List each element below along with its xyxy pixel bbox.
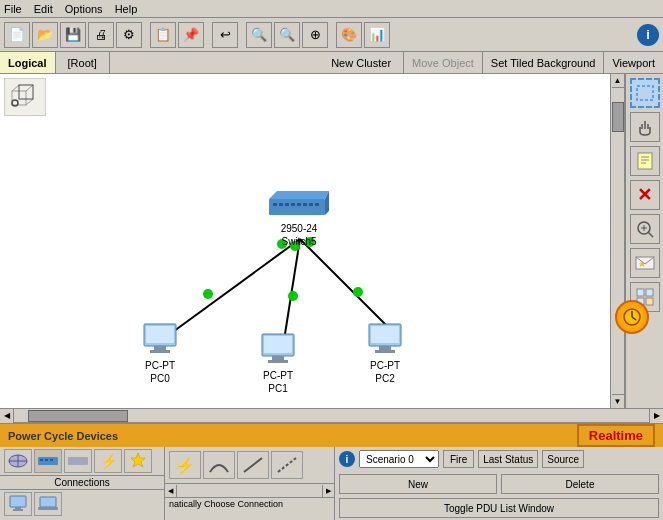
laptop-device-icon[interactable] <box>34 492 62 516</box>
pc2-label1: PC-PT <box>370 360 400 371</box>
zoom-reset-button[interactable]: ⊕ <box>302 22 328 48</box>
svg-line-1 <box>12 85 19 91</box>
straight-cable-icon[interactable] <box>237 451 269 479</box>
svg-rect-62 <box>50 459 53 461</box>
toggle-pdu-button[interactable]: Toggle PDU List Window <box>339 498 659 518</box>
network-canvas[interactable]: 2950-24 Switch5 PC-PT PC0 PC-PT PC1 <box>0 74 625 408</box>
svg-rect-52 <box>646 298 653 305</box>
hub-device-icon[interactable] <box>64 449 92 473</box>
copy-button[interactable]: 📋 <box>150 22 176 48</box>
fire-button[interactable]: Fire <box>443 450 474 468</box>
realtime-button[interactable]: Realtime <box>577 424 655 447</box>
bottom-content: ⚡ Connections <box>0 447 663 520</box>
palette-button[interactable]: 🎨 <box>336 22 362 48</box>
config-device-icon[interactable] <box>124 449 152 473</box>
pc2-device[interactable]: PC-PT PC2 <box>365 322 405 384</box>
new-button[interactable]: 📄 <box>4 22 30 48</box>
svg-rect-39 <box>638 153 652 169</box>
menu-bar: File Edit Options Help <box>0 0 663 18</box>
menu-help[interactable]: Help <box>115 3 138 15</box>
info-button[interactable]: i <box>637 24 659 46</box>
last-status-button[interactable]: Last Status <box>478 450 538 468</box>
zoom-out-button[interactable]: 🔍 <box>274 22 300 48</box>
svg-rect-31 <box>264 336 292 353</box>
connections-label: Connections <box>0 475 164 490</box>
paste-button[interactable]: 📌 <box>178 22 204 48</box>
hand-tool-button[interactable] <box>630 112 660 142</box>
svg-point-10 <box>288 291 298 301</box>
v-scroll-thumb[interactable] <box>612 102 624 132</box>
pc0-device[interactable]: PC-PT PC0 <box>140 322 180 384</box>
scenario-panel: i Scenario 0 Fire Last Status Source New… <box>335 447 663 520</box>
zoom-in-button[interactable]: 🔍 <box>246 22 272 48</box>
note-tool-button[interactable] <box>630 146 660 176</box>
save-button[interactable]: 💾 <box>60 22 86 48</box>
svg-rect-65 <box>10 496 26 507</box>
svg-rect-67 <box>13 509 23 511</box>
new-scenario-button[interactable]: New <box>339 474 497 494</box>
svg-rect-69 <box>38 507 58 510</box>
svg-rect-50 <box>646 289 653 296</box>
svg-rect-18 <box>273 203 277 206</box>
zoom-tool-button[interactable] <box>630 214 660 244</box>
auto-connect-label: natically Choose Connection <box>165 497 334 510</box>
svg-rect-28 <box>154 346 166 350</box>
viewport-button[interactable]: Viewport <box>604 52 663 73</box>
power-cycle-label: Power Cycle Devices <box>8 430 118 442</box>
undo-button[interactable]: ↩ <box>212 22 238 48</box>
auto-connect-icon[interactable]: ⚡ <box>169 451 201 479</box>
svg-rect-21 <box>291 203 295 206</box>
scenario-select[interactable]: Scenario 0 <box>359 450 439 468</box>
realtime-mode-indicator[interactable] <box>615 300 649 334</box>
menu-file[interactable]: File <box>4 3 22 15</box>
svg-line-44 <box>648 232 653 237</box>
select-tool-button[interactable] <box>630 78 660 108</box>
horizontal-scrollbar[interactable]: ◀ ▶ <box>0 408 663 422</box>
svg-rect-29 <box>150 350 170 353</box>
wireless-device-icon[interactable]: ⚡ <box>94 449 122 473</box>
pc-device-icon[interactable] <box>4 492 32 516</box>
svg-point-11 <box>353 287 363 297</box>
new-cluster-button[interactable]: New Cluster <box>319 52 404 73</box>
scenario-info-icon[interactable]: i <box>339 451 355 467</box>
svg-rect-20 <box>285 203 289 206</box>
svg-marker-64 <box>131 453 145 467</box>
scenario-row: i Scenario 0 Fire Last Status Source <box>335 447 663 472</box>
svg-line-2 <box>26 85 33 91</box>
h-scroll-thumb[interactable] <box>28 410 128 422</box>
preferences-button[interactable]: ⚙ <box>116 22 142 48</box>
print-button[interactable]: 🖨 <box>88 22 114 48</box>
pc1-device[interactable]: PC-PT PC1 <box>258 332 298 394</box>
canvas-logo <box>4 78 46 116</box>
pc0-label1: PC-PT <box>145 360 175 371</box>
switch-device-icon[interactable] <box>34 449 62 473</box>
svg-rect-49 <box>637 289 644 296</box>
switch-device[interactable]: 2950-24 Switch5 <box>265 189 333 247</box>
svg-line-55 <box>632 317 636 320</box>
svg-rect-60 <box>40 459 43 461</box>
connection-scrollbar[interactable]: ◀ ▶ <box>165 483 334 497</box>
new-delete-row: New Delete <box>335 472 663 496</box>
open-button[interactable]: 📂 <box>32 22 58 48</box>
move-object-label: Move Object <box>404 52 483 73</box>
svg-rect-22 <box>297 203 301 206</box>
delete-scenario-button[interactable]: Delete <box>501 474 659 494</box>
sub-device-icons-row <box>0 490 164 518</box>
delete-tool-button[interactable]: ✕ <box>630 180 660 210</box>
menu-edit[interactable]: Edit <box>34 3 53 15</box>
main-area: 2950-24 Switch5 PC-PT PC0 PC-PT PC1 <box>0 74 663 408</box>
custom-button[interactable]: 📊 <box>364 22 390 48</box>
svg-line-3 <box>26 99 33 105</box>
router-device-icon[interactable] <box>4 449 32 473</box>
logical-tab[interactable]: Logical <box>0 52 56 73</box>
switch-label2: Switch5 <box>281 236 316 247</box>
set-tiled-button[interactable]: Set Tiled Background <box>483 52 605 73</box>
svg-rect-23 <box>303 203 307 206</box>
pdu-tool-button[interactable] <box>630 248 660 278</box>
menu-options[interactable]: Options <box>65 3 103 15</box>
crossover-cable-icon[interactable] <box>271 451 303 479</box>
svg-line-70 <box>244 458 262 472</box>
source-button[interactable]: Source <box>542 450 584 468</box>
vertical-scrollbar[interactable]: ▲ ▼ <box>610 74 624 408</box>
serial-dce-icon[interactable] <box>203 451 235 479</box>
